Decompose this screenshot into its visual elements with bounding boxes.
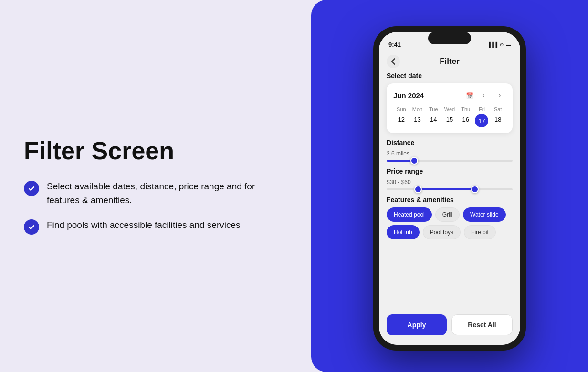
weekday-sat: Sat <box>490 106 506 112</box>
weekday-thu: Thu <box>458 106 474 112</box>
feature-text-2: Find pools with accessible facilities an… <box>47 218 241 232</box>
price-label: Price range <box>387 167 513 175</box>
check-icon-1 <box>24 181 39 196</box>
nav-bar: Filter <box>387 53 513 72</box>
wifi-icon: ⊙ <box>500 42 504 47</box>
calendar-card: Jun 2024 📅 ‹ › Sun Mon Tue <box>387 83 513 133</box>
chip-water-slide[interactable]: Water slide <box>463 207 506 222</box>
select-date-label: Select date <box>387 72 513 80</box>
weekday-mon: Mon <box>410 106 426 112</box>
features-grid: Heated pool Grill Water slide Hot tub Po… <box>387 207 513 239</box>
phone-notch <box>428 32 471 44</box>
weekday-sun: Sun <box>393 106 410 112</box>
phone-mockup: 9:41 ▐▐▐ ⊙ ▬ Filter <box>373 26 526 351</box>
weekday-fri: Fri <box>474 106 490 112</box>
reset-button[interactable]: Reset All <box>452 314 513 335</box>
price-slider-thumb-2[interactable] <box>471 186 479 193</box>
signal-icon: ▐▐▐ <box>487 42 497 47</box>
phone-screen: 9:41 ▐▐▐ ⊙ ▬ Filter <box>379 32 520 345</box>
distance-slider-track[interactable] <box>387 160 513 162</box>
chip-hot-tub[interactable]: Hot tub <box>387 225 420 239</box>
distance-slider-thumb[interactable] <box>410 157 418 165</box>
calendar-grid: Sun Mon Tue Wed Thu Fri Sat 12 13 <box>393 106 506 127</box>
status-icons: ▐▐▐ ⊙ ▬ <box>487 42 511 47</box>
calendar-weekdays: Sun Mon Tue Wed Thu Fri Sat <box>393 106 506 112</box>
battery-icon: ▬ <box>506 42 511 47</box>
left-panel: Filter Screen Select available dates, di… <box>0 109 311 263</box>
distance-label: Distance <box>387 139 513 146</box>
feature-text-1: Select available dates, distance, price … <box>47 180 287 207</box>
features-label: Features & amenities <box>387 196 513 204</box>
bottom-buttons: Apply Reset All <box>379 309 520 345</box>
chip-heated-pool[interactable]: Heated pool <box>387 207 432 222</box>
calendar-header: Jun 2024 📅 ‹ › <box>393 89 506 102</box>
cal-day-16[interactable]: 16 <box>458 114 474 127</box>
chip-fire-pit[interactable]: Fire pit <box>464 225 496 239</box>
weekday-tue: Tue <box>425 106 441 112</box>
price-slider-fill <box>418 188 475 190</box>
price-section: Price range $30 - $60 <box>387 167 513 190</box>
next-month-button[interactable]: › <box>494 89 506 102</box>
price-slider-track[interactable] <box>387 188 513 190</box>
features-section: Features & amenities Heated pool Grill W… <box>387 196 513 239</box>
feature-list: Select available dates, distance, price … <box>24 180 287 235</box>
screen-content: Filter Select date Jun 2024 📅 ‹ › <box>379 53 520 345</box>
chip-grill[interactable]: Grill <box>435 207 460 222</box>
calendar-nav: 📅 ‹ › <box>466 89 506 102</box>
calendar-days: 12 13 14 15 16 17 18 <box>393 114 506 127</box>
apply-button[interactable]: Apply <box>387 314 447 335</box>
distance-section: Distance 2.6 miles <box>387 139 513 162</box>
weekday-wed: Wed <box>441 106 458 112</box>
select-date-section: Select date Jun 2024 📅 ‹ › <box>387 72 513 133</box>
check-icon-2 <box>24 219 39 235</box>
screen-title: Filter <box>440 57 460 66</box>
feature-item-1: Select available dates, distance, price … <box>24 180 287 207</box>
page-title: Filter Screen <box>24 137 287 165</box>
calendar-icon: 📅 <box>466 92 473 99</box>
cal-day-15[interactable]: 15 <box>441 114 458 127</box>
cal-day-13[interactable]: 13 <box>410 114 426 127</box>
price-value: $30 - $60 <box>387 179 513 186</box>
distance-value: 2.6 miles <box>387 150 513 157</box>
status-time: 9:41 <box>388 41 401 48</box>
cal-day-14[interactable]: 14 <box>425 114 441 127</box>
chip-pool-toys[interactable]: Pool toys <box>423 225 461 239</box>
price-slider-thumb-1[interactable] <box>414 186 422 193</box>
cal-day-18[interactable]: 18 <box>490 114 506 127</box>
prev-month-button[interactable]: ‹ <box>477 89 490 102</box>
feature-item-2: Find pools with accessible facilities an… <box>24 218 287 235</box>
cal-day-17[interactable]: 17 <box>475 114 488 127</box>
back-button[interactable] <box>387 55 400 68</box>
calendar-month: Jun 2024 <box>393 92 424 100</box>
right-panel: 9:41 ▐▐▐ ⊙ ▬ Filter <box>311 0 588 372</box>
cal-day-12[interactable]: 12 <box>393 114 410 127</box>
